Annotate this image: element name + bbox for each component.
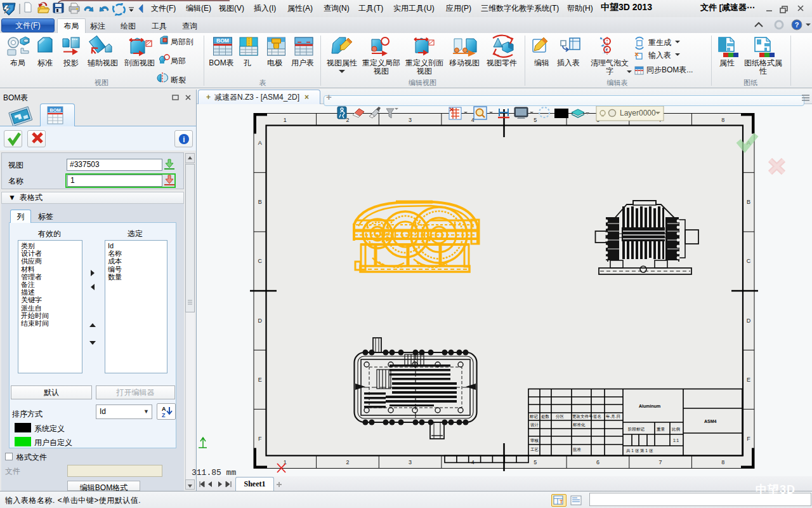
svg-text:比例: 比例	[672, 427, 680, 432]
svg-text:8: 8	[721, 117, 724, 123]
svg-text:标准化: 标准化	[572, 422, 586, 427]
svg-text:5: 5	[534, 459, 537, 465]
svg-text:?: ?	[795, 21, 799, 29]
svg-text:1: 1	[284, 117, 287, 123]
svg-text:C: C	[747, 258, 751, 264]
svg-text:B: B	[258, 199, 262, 205]
svg-text:F: F	[747, 436, 750, 442]
svg-text:批准: 批准	[573, 447, 582, 452]
svg-text:A: A	[258, 140, 262, 146]
svg-text:处数: 处数	[541, 414, 550, 419]
svg-text:B: B	[747, 199, 750, 205]
svg-text:BOM: BOM	[49, 107, 61, 113]
svg-text:T: T	[560, 498, 563, 505]
svg-text:Layer0000: Layer0000	[620, 109, 656, 117]
svg-text:8: 8	[721, 459, 724, 465]
svg-text:6: 6	[596, 459, 599, 465]
svg-text:7: 7	[658, 459, 662, 465]
svg-text:Aluminum: Aluminum	[639, 404, 660, 408]
svg-text:年.月.日: 年.月.日	[606, 414, 620, 419]
svg-text:E: E	[747, 377, 750, 383]
svg-text:重量: 重量	[657, 427, 665, 431]
svg-text:审核: 审核	[530, 438, 539, 443]
svg-text:阶段标记: 阶段标记	[628, 427, 645, 432]
svg-text:1:1: 1:1	[673, 438, 679, 443]
svg-text:分区: 分区	[556, 414, 565, 418]
svg-text:签名: 签名	[593, 414, 601, 419]
svg-text:D: D	[258, 318, 262, 324]
svg-text:工艺: 工艺	[530, 447, 539, 451]
svg-text:BOM: BOM	[216, 37, 229, 44]
svg-text:i: i	[183, 135, 185, 144]
svg-text:3: 3	[409, 459, 412, 465]
svg-text:F: F	[258, 436, 262, 442]
svg-text:A: A	[162, 406, 166, 412]
svg-text:更改文件号: 更改文件号	[572, 414, 593, 419]
svg-text:ASM4: ASM4	[704, 419, 717, 424]
svg-text:Z: Z	[162, 412, 166, 418]
svg-text:标记: 标记	[529, 414, 539, 419]
svg-text:D: D	[747, 318, 751, 324]
svg-text:共 1 张 第 1 张: 共 1 张 第 1 张	[626, 448, 653, 453]
svg-text:2: 2	[346, 459, 349, 465]
svg-text:E: E	[258, 377, 262, 383]
svg-text:设计: 设计	[530, 422, 539, 427]
svg-text:C: C	[258, 258, 262, 264]
